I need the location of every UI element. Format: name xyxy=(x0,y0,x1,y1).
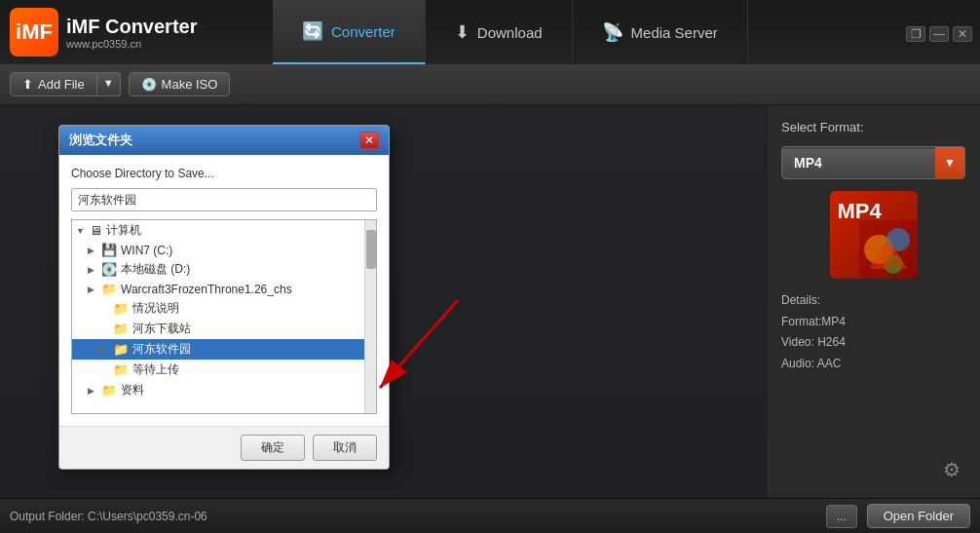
folder-selected-icon: 📁 xyxy=(113,342,129,357)
download-icon: ⬇ xyxy=(455,21,470,43)
dialog-subtitle: Choose Directory to Save... xyxy=(71,167,377,180)
main-content: 浏览文件夹 ✕ Choose Directory to Save... ▼ 🖥 … xyxy=(0,105,980,498)
dialog-close-button[interactable]: ✕ xyxy=(359,132,379,149)
app-subtitle: www.pc0359.cn xyxy=(66,38,197,50)
tree-label: WIN7 (C:) xyxy=(121,244,172,257)
tree-item-software-park[interactable]: ▶ 📁 河东软件园 xyxy=(72,339,376,360)
folder-icon: 📁 xyxy=(101,282,117,296)
browse-folder-dialog: 浏览文件夹 ✕ Choose Directory to Save... ▼ 🖥 … xyxy=(58,125,390,470)
tab-download[interactable]: ⬇ Download xyxy=(426,0,573,64)
tree-item-waiting-upload[interactable]: 📁 等待上传 xyxy=(72,360,376,380)
tree-expander: ▶ xyxy=(88,265,101,275)
add-file-group: ⬆ Add File ▼ xyxy=(10,72,121,96)
make-iso-icon: 💿 xyxy=(141,77,157,92)
dialog-overlay: 浏览文件夹 ✕ Choose Directory to Save... ▼ 🖥 … xyxy=(0,105,766,498)
format-line: Format:MP4 xyxy=(781,312,965,333)
tree-expander: ▶ xyxy=(88,285,101,294)
drive-c-icon: 💾 xyxy=(101,243,117,257)
add-file-label: Add File xyxy=(38,77,85,92)
nav-tabs: 🔄 Converter ⬇ Download 📡 Media Server xyxy=(273,0,906,64)
tree-label: 计算机 xyxy=(106,222,141,239)
folder-icon: 📁 xyxy=(113,362,129,377)
tree-expander: ▶ xyxy=(88,386,101,396)
folder-icon: 📁 xyxy=(113,322,129,336)
app-logo: iMF iMF Converter www.pc0359.cn xyxy=(0,8,273,57)
app-icon: iMF xyxy=(10,8,58,57)
tree-expander: ▶ xyxy=(99,345,113,355)
add-file-button[interactable]: ⬆ Add File xyxy=(10,72,97,96)
tree-item-ziliao[interactable]: ▶ 📁 资料 xyxy=(72,380,376,400)
add-file-dropdown-button[interactable]: ▼ xyxy=(97,72,121,96)
converter-icon: 🔄 xyxy=(302,20,323,42)
folder-icon: 📁 xyxy=(113,301,129,316)
video-line: Video: H264 xyxy=(781,332,965,354)
folder-tree[interactable]: ▼ 🖥 计算机 ▶ 💾 WIN7 (C:) ▶ xyxy=(71,219,377,414)
make-iso-label: Make ISO xyxy=(162,77,218,92)
tree-expander: ▶ xyxy=(88,246,101,255)
tree-label: 等待上传 xyxy=(132,362,179,378)
close-button[interactable]: ✕ xyxy=(953,26,972,42)
details-label: Details: xyxy=(781,290,965,312)
dialog-footer: 确定 取消 xyxy=(59,426,389,469)
settings-gear-button[interactable]: ⚙ xyxy=(938,456,965,483)
tab-download-label: Download xyxy=(477,24,543,41)
tree-label: 河东软件园 xyxy=(132,341,191,358)
dialog-cancel-button[interactable]: 取消 xyxy=(313,435,377,461)
dialog-ok-button[interactable]: 确定 xyxy=(241,435,305,461)
file-list-panel: 浏览文件夹 ✕ Choose Directory to Save... ▼ 🖥 … xyxy=(0,105,766,498)
format-dropdown-arrow[interactable]: ▼ xyxy=(935,147,964,178)
tab-converter-label: Converter xyxy=(331,23,396,40)
browse-dots: ... xyxy=(837,510,847,523)
drive-d-icon: 💽 xyxy=(101,262,117,277)
tree-label: 河东下载站 xyxy=(132,321,191,337)
tree-label: 本地磁盘 (D:) xyxy=(121,261,190,278)
tree-item-warcraft[interactable]: ▶ 📁 Warcraft3FrozenThrone1.26_chs xyxy=(72,280,376,298)
audio-line: Audio: AAC xyxy=(781,354,965,375)
tab-mediaserver[interactable]: 📡 Media Server xyxy=(573,0,748,64)
tree-item-qingkuang[interactable]: 📁 情况说明 xyxy=(72,298,376,319)
app-title: iMF Converter xyxy=(66,15,197,38)
dialog-path-input[interactable] xyxy=(71,188,377,211)
tree-scrollbar-thumb xyxy=(366,230,376,269)
tree-item-download-station[interactable]: 📁 河东下载站 xyxy=(72,319,376,339)
gear-area: ⚙ xyxy=(781,456,965,483)
tree-item-d[interactable]: ▶ 💽 本地磁盘 (D:) xyxy=(72,259,376,280)
minimize-button[interactable]: — xyxy=(929,26,949,42)
media-icon: 📡 xyxy=(602,21,623,43)
tree-expander: ▼ xyxy=(76,226,90,236)
select-format-label: Select Format: xyxy=(781,120,965,134)
restore-button[interactable]: ❐ xyxy=(906,26,925,42)
toolbar: ⬆ Add File ▼ 💿 Make ISO xyxy=(0,64,980,105)
tree-label: 情况说明 xyxy=(132,300,179,317)
tree-label: 资料 xyxy=(121,382,144,399)
format-details: Details: Format:MP4 Video: H264 Audio: A… xyxy=(781,290,965,374)
format-selector[interactable]: MP4 ▼ xyxy=(781,146,965,179)
tab-converter[interactable]: 🔄 Converter xyxy=(273,0,426,64)
open-folder-label: Open Folder xyxy=(884,509,954,523)
tab-mediaserver-label: Media Server xyxy=(631,24,718,41)
right-panel: Select Format: MP4 ▼ MP4 Details: Format… xyxy=(766,105,980,498)
dialog-title: 浏览文件夹 xyxy=(69,132,132,149)
computer-icon: 🖥 xyxy=(90,223,102,238)
open-folder-button[interactable]: Open Folder xyxy=(867,504,970,528)
dialog-titlebar: 浏览文件夹 ✕ xyxy=(59,126,389,155)
status-bar: Output Folder: C:\Users\pc0359.cn-06 ...… xyxy=(0,498,980,533)
format-selector-text: MP4 xyxy=(782,149,935,176)
output-folder-label: Output Folder: C:\Users\pc0359.cn-06 xyxy=(10,510,816,523)
browse-button[interactable]: ... xyxy=(826,505,857,528)
tree-scrollbar[interactable] xyxy=(364,220,376,413)
add-file-icon: ⬆ xyxy=(22,77,33,92)
format-thumb-image xyxy=(859,220,918,279)
format-thumb-label: MP4 xyxy=(838,199,882,224)
tree-item-c[interactable]: ▶ 💾 WIN7 (C:) xyxy=(72,241,376,259)
window-controls: ❐ — ✕ xyxy=(906,0,980,64)
dialog-body: Choose Directory to Save... ▼ 🖥 计算机 ▶ 💾 xyxy=(59,155,389,426)
make-iso-button[interactable]: 💿 Make ISO xyxy=(129,72,231,96)
format-thumbnail: MP4 xyxy=(830,191,918,279)
folder-icon: 📁 xyxy=(101,383,117,398)
title-bar: iMF iMF Converter www.pc0359.cn 🔄 Conver… xyxy=(0,0,980,64)
tree-label: Warcraft3FrozenThrone1.26_chs xyxy=(121,283,292,296)
tree-item-computer[interactable]: ▼ 🖥 计算机 xyxy=(72,220,376,241)
